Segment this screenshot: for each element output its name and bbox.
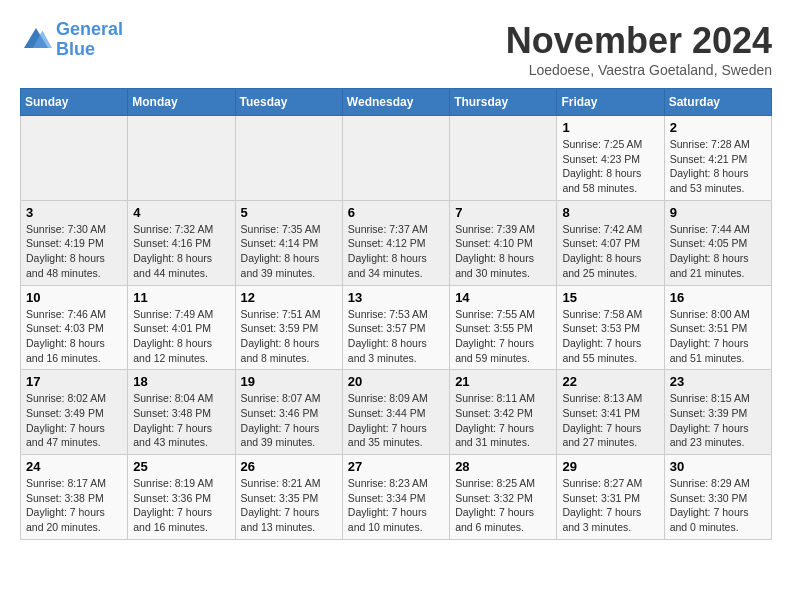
calendar-cell: 22Sunrise: 8:13 AM Sunset: 3:41 PM Dayli… <box>557 370 664 455</box>
day-number: 23 <box>670 374 766 389</box>
weekday-header-saturday: Saturday <box>664 89 771 116</box>
weekday-row: SundayMondayTuesdayWednesdayThursdayFrid… <box>21 89 772 116</box>
day-number: 18 <box>133 374 229 389</box>
day-number: 19 <box>241 374 337 389</box>
calendar-cell: 9Sunrise: 7:44 AM Sunset: 4:05 PM Daylig… <box>664 200 771 285</box>
calendar-cell: 23Sunrise: 8:15 AM Sunset: 3:39 PM Dayli… <box>664 370 771 455</box>
logo-text: General Blue <box>56 20 123 60</box>
day-number: 6 <box>348 205 444 220</box>
day-number: 25 <box>133 459 229 474</box>
calendar-cell: 14Sunrise: 7:55 AM Sunset: 3:55 PM Dayli… <box>450 285 557 370</box>
week-row-4: 17Sunrise: 8:02 AM Sunset: 3:49 PM Dayli… <box>21 370 772 455</box>
day-number: 14 <box>455 290 551 305</box>
week-row-1: 1Sunrise: 7:25 AM Sunset: 4:23 PM Daylig… <box>21 116 772 201</box>
calendar-cell <box>21 116 128 201</box>
day-number: 12 <box>241 290 337 305</box>
calendar-cell: 29Sunrise: 8:27 AM Sunset: 3:31 PM Dayli… <box>557 455 664 540</box>
day-info: Sunrise: 7:32 AM Sunset: 4:16 PM Dayligh… <box>133 222 229 281</box>
day-info: Sunrise: 8:15 AM Sunset: 3:39 PM Dayligh… <box>670 391 766 450</box>
day-info: Sunrise: 7:46 AM Sunset: 4:03 PM Dayligh… <box>26 307 122 366</box>
day-info: Sunrise: 7:39 AM Sunset: 4:10 PM Dayligh… <box>455 222 551 281</box>
calendar-cell <box>450 116 557 201</box>
calendar-cell: 10Sunrise: 7:46 AM Sunset: 4:03 PM Dayli… <box>21 285 128 370</box>
calendar-cell: 21Sunrise: 8:11 AM Sunset: 3:42 PM Dayli… <box>450 370 557 455</box>
day-info: Sunrise: 8:19 AM Sunset: 3:36 PM Dayligh… <box>133 476 229 535</box>
logo-line1: General <box>56 19 123 39</box>
day-number: 10 <box>26 290 122 305</box>
day-info: Sunrise: 7:51 AM Sunset: 3:59 PM Dayligh… <box>241 307 337 366</box>
day-number: 9 <box>670 205 766 220</box>
calendar-table: SundayMondayTuesdayWednesdayThursdayFrid… <box>20 88 772 540</box>
day-number: 16 <box>670 290 766 305</box>
calendar-cell: 24Sunrise: 8:17 AM Sunset: 3:38 PM Dayli… <box>21 455 128 540</box>
weekday-header-sunday: Sunday <box>21 89 128 116</box>
calendar-cell: 17Sunrise: 8:02 AM Sunset: 3:49 PM Dayli… <box>21 370 128 455</box>
month-title: November 2024 <box>506 20 772 62</box>
calendar-cell: 3Sunrise: 7:30 AM Sunset: 4:19 PM Daylig… <box>21 200 128 285</box>
week-row-2: 3Sunrise: 7:30 AM Sunset: 4:19 PM Daylig… <box>21 200 772 285</box>
day-number: 24 <box>26 459 122 474</box>
weekday-header-friday: Friday <box>557 89 664 116</box>
calendar-cell: 13Sunrise: 7:53 AM Sunset: 3:57 PM Dayli… <box>342 285 449 370</box>
day-info: Sunrise: 8:29 AM Sunset: 3:30 PM Dayligh… <box>670 476 766 535</box>
day-info: Sunrise: 8:21 AM Sunset: 3:35 PM Dayligh… <box>241 476 337 535</box>
calendar-cell: 19Sunrise: 8:07 AM Sunset: 3:46 PM Dayli… <box>235 370 342 455</box>
day-info: Sunrise: 8:02 AM Sunset: 3:49 PM Dayligh… <box>26 391 122 450</box>
day-info: Sunrise: 8:27 AM Sunset: 3:31 PM Dayligh… <box>562 476 658 535</box>
day-info: Sunrise: 7:49 AM Sunset: 4:01 PM Dayligh… <box>133 307 229 366</box>
day-info: Sunrise: 7:37 AM Sunset: 4:12 PM Dayligh… <box>348 222 444 281</box>
day-info: Sunrise: 7:30 AM Sunset: 4:19 PM Dayligh… <box>26 222 122 281</box>
day-number: 20 <box>348 374 444 389</box>
day-number: 13 <box>348 290 444 305</box>
day-number: 7 <box>455 205 551 220</box>
day-info: Sunrise: 8:23 AM Sunset: 3:34 PM Dayligh… <box>348 476 444 535</box>
calendar-cell: 11Sunrise: 7:49 AM Sunset: 4:01 PM Dayli… <box>128 285 235 370</box>
calendar-cell: 26Sunrise: 8:21 AM Sunset: 3:35 PM Dayli… <box>235 455 342 540</box>
calendar-header: SundayMondayTuesdayWednesdayThursdayFrid… <box>21 89 772 116</box>
location-subtitle: Loedoese, Vaestra Goetaland, Sweden <box>506 62 772 78</box>
day-number: 27 <box>348 459 444 474</box>
calendar-cell: 18Sunrise: 8:04 AM Sunset: 3:48 PM Dayli… <box>128 370 235 455</box>
calendar-cell: 30Sunrise: 8:29 AM Sunset: 3:30 PM Dayli… <box>664 455 771 540</box>
weekday-header-wednesday: Wednesday <box>342 89 449 116</box>
calendar-cell: 1Sunrise: 7:25 AM Sunset: 4:23 PM Daylig… <box>557 116 664 201</box>
calendar-body: 1Sunrise: 7:25 AM Sunset: 4:23 PM Daylig… <box>21 116 772 540</box>
day-info: Sunrise: 8:09 AM Sunset: 3:44 PM Dayligh… <box>348 391 444 450</box>
page-header: General Blue November 2024 Loedoese, Vae… <box>20 20 772 78</box>
calendar-cell: 27Sunrise: 8:23 AM Sunset: 3:34 PM Dayli… <box>342 455 449 540</box>
day-number: 26 <box>241 459 337 474</box>
logo: General Blue <box>20 20 123 60</box>
calendar-cell: 15Sunrise: 7:58 AM Sunset: 3:53 PM Dayli… <box>557 285 664 370</box>
calendar-cell: 6Sunrise: 7:37 AM Sunset: 4:12 PM Daylig… <box>342 200 449 285</box>
week-row-5: 24Sunrise: 8:17 AM Sunset: 3:38 PM Dayli… <box>21 455 772 540</box>
logo-line2: Blue <box>56 39 95 59</box>
title-block: November 2024 Loedoese, Vaestra Goetalan… <box>506 20 772 78</box>
weekday-header-monday: Monday <box>128 89 235 116</box>
calendar-cell: 28Sunrise: 8:25 AM Sunset: 3:32 PM Dayli… <box>450 455 557 540</box>
week-row-3: 10Sunrise: 7:46 AM Sunset: 4:03 PM Dayli… <box>21 285 772 370</box>
day-info: Sunrise: 8:25 AM Sunset: 3:32 PM Dayligh… <box>455 476 551 535</box>
calendar-cell: 20Sunrise: 8:09 AM Sunset: 3:44 PM Dayli… <box>342 370 449 455</box>
day-info: Sunrise: 7:28 AM Sunset: 4:21 PM Dayligh… <box>670 137 766 196</box>
day-info: Sunrise: 8:04 AM Sunset: 3:48 PM Dayligh… <box>133 391 229 450</box>
day-number: 17 <box>26 374 122 389</box>
day-number: 2 <box>670 120 766 135</box>
weekday-header-thursday: Thursday <box>450 89 557 116</box>
day-number: 15 <box>562 290 658 305</box>
day-info: Sunrise: 7:53 AM Sunset: 3:57 PM Dayligh… <box>348 307 444 366</box>
day-info: Sunrise: 7:42 AM Sunset: 4:07 PM Dayligh… <box>562 222 658 281</box>
day-info: Sunrise: 7:25 AM Sunset: 4:23 PM Dayligh… <box>562 137 658 196</box>
calendar-cell: 8Sunrise: 7:42 AM Sunset: 4:07 PM Daylig… <box>557 200 664 285</box>
day-number: 11 <box>133 290 229 305</box>
calendar-cell: 25Sunrise: 8:19 AM Sunset: 3:36 PM Dayli… <box>128 455 235 540</box>
day-number: 4 <box>133 205 229 220</box>
logo-icon <box>20 24 52 56</box>
day-info: Sunrise: 7:44 AM Sunset: 4:05 PM Dayligh… <box>670 222 766 281</box>
day-number: 8 <box>562 205 658 220</box>
day-number: 5 <box>241 205 337 220</box>
day-info: Sunrise: 8:00 AM Sunset: 3:51 PM Dayligh… <box>670 307 766 366</box>
day-number: 21 <box>455 374 551 389</box>
day-number: 30 <box>670 459 766 474</box>
day-number: 22 <box>562 374 658 389</box>
calendar-cell: 5Sunrise: 7:35 AM Sunset: 4:14 PM Daylig… <box>235 200 342 285</box>
